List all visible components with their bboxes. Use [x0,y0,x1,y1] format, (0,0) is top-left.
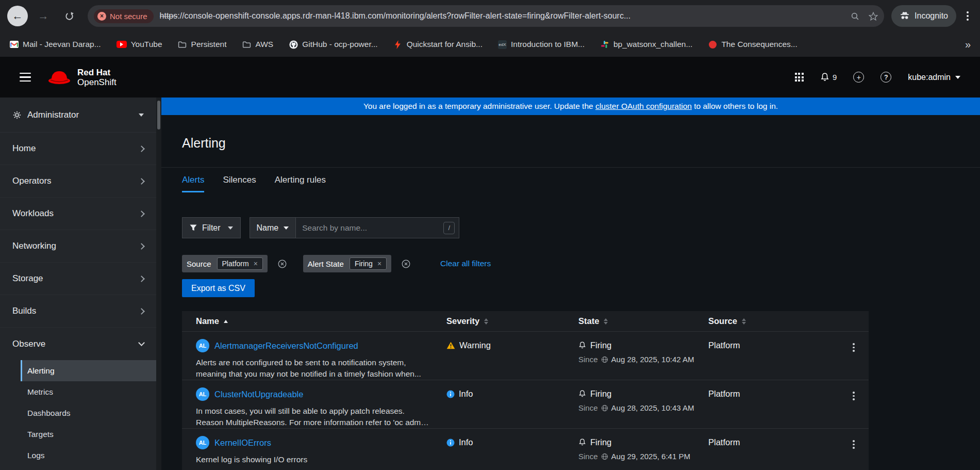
column-label: Source [708,316,737,326]
state-label: Firing [590,437,611,447]
circle-close-icon [278,260,287,268]
chevron-right-icon [138,308,145,315]
bell-icon [578,342,586,349]
bookmark-star-icon[interactable] [869,12,878,21]
sidebar-item-logs[interactable]: Logs [21,445,156,466]
tab-silences[interactable]: Silences [223,168,256,192]
oauth-config-link[interactable]: cluster OAuth configuration [595,102,692,111]
bookmarks-overflow-chevron[interactable]: » [965,39,971,51]
browser-forward-button[interactable]: → [33,6,54,26]
alert-badge: AL [196,436,209,449]
app-launcher-icon[interactable] [795,73,804,82]
alert-name-link[interactable]: AlertmanagerReceiversNotConfigured [214,341,358,351]
row-actions-kebab[interactable] [850,436,858,453]
bookmark-aws[interactable]: AWS [242,40,273,49]
column-label: State [578,316,599,326]
sidebar-item-metrics[interactable]: Metrics [21,381,156,402]
since-line: Since Aug 28, 2025, 10:43 AM [578,403,708,412]
sidebar-item-alerting[interactable]: Alerting [21,360,156,381]
redhat-openshift-logo[interactable]: Red Hat OpenShift [47,68,117,87]
bookmark-mail[interactable]: Mail - Jeevan Darap... [9,40,101,49]
tab-alerting-rules[interactable]: Alerting rules [275,168,326,192]
row-actions-kebab[interactable] [850,339,858,356]
sort-icon [604,318,608,325]
perspective-switcher[interactable]: Administrator [0,98,156,133]
since-line: Since Aug 28, 2025, 10:42 AM [578,355,708,364]
attribute-select[interactable]: Name [250,217,296,238]
chip-remove-icon[interactable]: × [254,260,258,268]
nav-label: Home [12,143,36,154]
notifications-button[interactable]: 9 [820,73,837,82]
bookmark-persistent[interactable]: Persistent [178,40,227,49]
sidebar-item-workloads[interactable]: Workloads [0,198,156,230]
browser-menu-button[interactable] [964,8,972,24]
bookmark-quickstart[interactable]: Quickstart for Ansib... [393,40,483,49]
gear-icon [12,110,22,120]
bookmark-label: Quickstart for Ansib... [407,40,483,49]
browser-back-button[interactable]: ← [7,6,28,26]
sidebar-item-home[interactable]: Home [0,133,156,165]
filter-dropdown[interactable]: Filter [182,217,241,238]
tab-alerts[interactable]: Alerts [182,168,204,192]
chevron-right-icon [138,210,145,217]
sidebar-item-observe[interactable]: Observe [0,328,156,360]
chip-remove-icon[interactable]: × [377,260,381,268]
browser-reload-button[interactable] [59,6,79,26]
filter-icon [190,224,197,231]
temp-admin-banner: You are logged in as a temporary adminis… [161,98,980,115]
filter-group-source: Source Platform × [182,255,268,272]
sidebar-item-networking[interactable]: Networking [0,230,156,263]
sidebar-item-storage[interactable]: Storage [0,263,156,295]
sidebar-item-targets[interactable]: Targets [21,424,156,445]
bookmark-slack[interactable]: bp_watsonx_challen... [600,40,692,49]
bookmark-youtube[interactable]: YouTube [117,40,162,49]
active-filters-row: Source Platform × Alert State Firing × [182,255,980,272]
sidebar-item-builds[interactable]: Builds [0,295,156,328]
perspective-label: Administrator [27,110,79,120]
bookmark-github[interactable]: GitHub - ocp-power... [289,40,377,49]
column-header-name[interactable]: Name [196,316,446,326]
add-button[interactable]: + [853,72,864,83]
sidebar-nav: Administrator Home Operators Workloads N… [0,98,156,470]
gmail-icon [9,40,19,49]
alert-name-link[interactable]: ClusterNotUpgradeable [214,390,303,399]
nav-label: Storage [12,273,43,284]
bookmark-consequences[interactable]: The Consequences... [708,40,797,49]
table-row: AL KernelIOErrors Kernel log is showing … [182,429,869,470]
url-scheme: https [160,11,178,20]
filter-toolbar: Filter Name / [182,217,980,238]
zoom-icon[interactable] [851,12,859,21]
column-header-source[interactable]: Source [708,316,850,326]
column-header-severity[interactable]: Severity [446,316,578,326]
column-header-state[interactable]: State [578,316,708,326]
bookmark-edx[interactable]: edX Introduction to IBM... [498,40,585,49]
filter-chip-platform: Platform × [217,257,263,270]
bell-icon [820,73,829,82]
sort-icon [742,318,746,325]
clear-source-filter-button[interactable] [275,256,290,271]
address-bar[interactable]: × Not secure https://console-openshift-c… [88,5,884,27]
nav-toggle-button[interactable] [16,70,34,85]
row-actions-kebab[interactable] [850,387,858,404]
scrollbar-thumb[interactable] [157,101,160,129]
redhat-fedora-icon [47,69,71,86]
severity-label: Warning [459,341,491,350]
search-input[interactable] [296,223,443,233]
severity-label: Info [459,437,473,447]
state-cell: Firing [578,389,708,399]
user-menu[interactable]: kube:admin [908,73,960,82]
sidebar-item-dashboards[interactable]: Dashboards [21,402,156,424]
reload-icon [64,11,74,21]
warning-icon [446,342,455,349]
help-button[interactable]: ? [881,72,891,83]
export-csv-button[interactable]: Export as CSV [182,279,255,297]
sidebar-item-operators[interactable]: Operators [0,165,156,198]
sort-icon [484,318,488,325]
clear-all-filters-link[interactable]: Clear all filters [440,259,491,268]
clear-alert-state-filter-button[interactable] [398,256,413,271]
alert-badge: AL [196,339,209,352]
alerting-tabs: Alerts Silences Alerting rules [161,168,980,192]
alert-name-link[interactable]: KernelIOErrors [214,438,271,448]
not-secure-chip[interactable]: × Not secure [94,9,154,23]
nav-label: Operators [12,176,52,186]
